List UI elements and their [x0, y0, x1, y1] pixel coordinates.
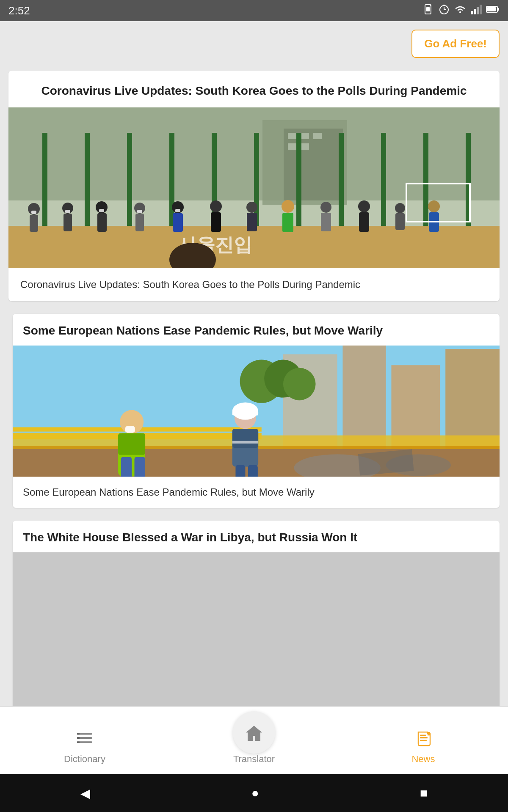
svg-point-49	[246, 202, 257, 213]
recents-button[interactable]: ■	[420, 786, 428, 800]
sim-icon	[423, 4, 434, 17]
svg-rect-102	[77, 737, 80, 739]
svg-rect-18	[284, 129, 343, 200]
news-icon	[415, 731, 432, 750]
ad-free-container: Go Ad Free!	[8, 30, 500, 58]
news-card-1-image: 서울진입	[8, 107, 500, 268]
svg-rect-42	[97, 213, 107, 232]
battery-icon	[486, 5, 500, 16]
status-icons	[423, 4, 500, 17]
nav-item-dictionary[interactable]: Dictionary	[0, 707, 169, 774]
svg-point-55	[358, 200, 370, 212]
svg-rect-63	[31, 211, 36, 214]
news-card-2-title: Some European Nations Ease Pandemic Rule…	[13, 314, 500, 346]
main-content: Go Ad Free! Coronavirus Live Updates: So…	[0, 21, 508, 706]
svg-rect-6	[443, 5, 445, 6]
svg-rect-44	[135, 214, 144, 231]
svg-rect-31	[339, 133, 344, 239]
ad-free-button[interactable]: Go Ad Free!	[411, 30, 500, 58]
svg-rect-89	[125, 426, 135, 433]
timer-icon	[439, 4, 450, 17]
svg-rect-101	[77, 733, 80, 735]
nav-translator-label: Translator	[233, 754, 275, 765]
svg-rect-14	[497, 8, 499, 11]
news-card-1-title: Coronavirus Live Updates: South Korea Go…	[8, 71, 500, 107]
svg-rect-95	[232, 441, 258, 443]
svg-point-75	[283, 368, 316, 401]
news-card-3-title: The White House Blessed a War in Libya, …	[13, 521, 500, 552]
svg-rect-26	[127, 133, 132, 239]
svg-rect-86	[118, 433, 145, 455]
status-time: 2:52	[8, 4, 30, 17]
svg-rect-52	[282, 213, 293, 232]
svg-rect-35	[8, 226, 500, 268]
back-button[interactable]: ◀	[80, 786, 90, 801]
svg-rect-40	[64, 214, 72, 231]
system-navigation-bar: ◀ ● ■	[0, 774, 508, 812]
svg-rect-33	[423, 133, 428, 239]
svg-rect-106	[420, 740, 427, 741]
svg-rect-23	[301, 143, 309, 150]
home-button[interactable]: ●	[251, 786, 259, 800]
signal-icon	[471, 4, 482, 17]
svg-rect-38	[30, 215, 38, 232]
svg-rect-1	[426, 7, 430, 11]
status-bar: 2:52	[0, 0, 508, 21]
svg-rect-96	[235, 465, 245, 477]
news-card-1-caption: Coronavirus Live Updates: South Korea Go…	[8, 268, 500, 301]
svg-rect-20	[301, 133, 309, 139]
nav-dictionary-label: Dictionary	[64, 754, 105, 765]
svg-rect-50	[247, 213, 257, 231]
svg-rect-87	[121, 457, 132, 477]
svg-rect-11	[480, 5, 482, 14]
svg-rect-19	[288, 133, 296, 139]
svg-rect-46	[173, 213, 183, 232]
news-card-2-image	[13, 346, 500, 477]
home-icon-circle	[233, 711, 275, 754]
svg-rect-66	[137, 210, 142, 213]
nav-news-label: News	[411, 754, 435, 765]
svg-point-7	[459, 11, 461, 13]
svg-rect-30	[296, 133, 301, 239]
wifi-icon	[454, 4, 467, 17]
svg-rect-13	[487, 7, 496, 11]
svg-rect-92	[232, 411, 258, 415]
news-card-2-caption: Some European Nations Ease Pandemic Rule…	[13, 477, 500, 508]
svg-point-53	[320, 202, 331, 213]
svg-rect-64	[65, 210, 70, 213]
svg-rect-104	[420, 735, 426, 736]
svg-rect-88	[135, 457, 146, 477]
svg-rect-97	[248, 465, 258, 477]
svg-rect-10	[477, 7, 479, 14]
svg-rect-24	[42, 133, 47, 239]
news-card-2[interactable]: Some European Nations Ease Pandemic Rule…	[13, 314, 500, 508]
news-card-3-image	[13, 552, 500, 706]
news-card-1[interactable]: Coronavirus Live Updates: South Korea Go…	[8, 71, 500, 301]
svg-point-57	[395, 203, 405, 213]
svg-rect-67	[175, 209, 180, 212]
svg-rect-8	[471, 11, 473, 14]
svg-rect-65	[99, 209, 104, 212]
svg-rect-25	[85, 133, 90, 239]
news-card-3[interactable]: The White House Blessed a War in Libya, …	[13, 521, 500, 706]
svg-rect-22	[288, 143, 296, 150]
nav-item-news[interactable]: News	[339, 707, 508, 774]
svg-rect-103	[77, 741, 80, 743]
svg-rect-94	[232, 429, 258, 448]
svg-rect-107	[428, 732, 430, 735]
svg-rect-32	[381, 133, 386, 239]
svg-rect-54	[321, 213, 331, 231]
svg-rect-105	[420, 737, 428, 738]
svg-point-51	[282, 200, 294, 213]
bottom-navigation: Dictionary Translator News	[0, 706, 508, 774]
svg-rect-9	[474, 9, 476, 14]
svg-rect-48	[211, 212, 221, 232]
svg-rect-21	[313, 133, 322, 139]
svg-point-59	[428, 200, 440, 212]
svg-point-47	[210, 200, 222, 212]
svg-rect-58	[395, 213, 405, 230]
list-icon	[76, 731, 93, 750]
svg-rect-56	[359, 212, 369, 232]
nav-item-translator[interactable]: Translator	[169, 707, 339, 774]
